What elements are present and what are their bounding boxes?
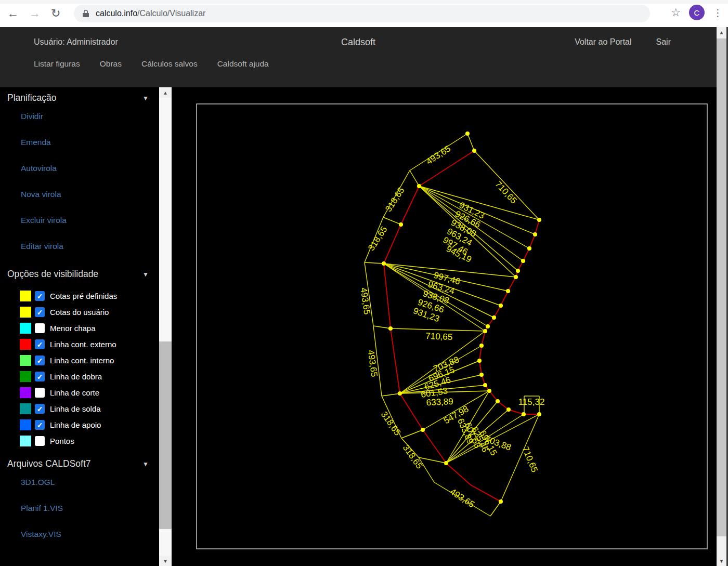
cad-point [465,131,470,136]
visibility-label: Linha de corte [50,388,99,397]
logout-link[interactable]: Sair [656,37,671,47]
nav-item-4[interactable]: Caldsoft ajuda [217,59,269,69]
visibility-row: ✓Linha cont. externo [20,336,159,352]
visibility-row: ✓Cotas pré definidas [20,288,159,304]
cad-point [486,324,490,328]
dimension-label: 710,65 [521,445,540,473]
visibility-checkbox[interactable]: ✓ [35,307,45,317]
kebab-menu-icon[interactable]: ⋮ [713,7,723,19]
chevron-down-icon[interactable]: ▼ [142,460,149,468]
scroll-down-icon[interactable]: ▼ [159,556,172,566]
file-link[interactable]: Vistaxy.VIS [21,521,159,547]
cad-line [382,393,400,396]
chevron-down-icon[interactable]: ▼ [142,271,149,278]
visibility-checkbox[interactable]: ✓ [35,291,45,301]
url-bar[interactable]: calculo.info/Calculo/Visualizar [74,5,650,22]
color-swatch [20,323,31,334]
file-link[interactable]: 3D1.OGL [21,469,159,495]
page-scrollbar[interactable]: ▲ ▼ [717,27,726,566]
visibility-row: ✓Linha de apoio [20,417,159,433]
dimension-label: 318,65 [383,186,406,214]
color-swatch [20,403,31,414]
cad-line [365,262,384,264]
sidebar-link[interactable]: Excluir virola [21,207,159,233]
cad-line [383,217,401,225]
visibility-label: Linha de dobra [50,372,102,381]
cad-point [421,428,425,432]
browser-toolbar: ← → ↻ calculo.info/Calculo/Visualizar ☆ … [0,0,728,27]
cad-point [537,412,541,416]
avatar[interactable]: C [689,5,705,20]
visibility-checkbox[interactable] [35,323,45,333]
sidebar-link[interactable]: Autovirola [21,155,159,181]
visibility-checkbox[interactable]: ✓ [35,420,45,430]
color-swatch [20,307,31,318]
visibility-label: Pontos [50,437,74,445]
cad-line [467,134,474,151]
visibility-label: Linha cont. interno [50,356,114,365]
cad-point [499,499,503,504]
chevron-down-icon[interactable]: ▼ [142,95,149,102]
visibility-checkbox[interactable]: ✓ [35,356,45,365]
visibility-checkbox[interactable]: ✓ [35,339,45,349]
section-files: Arquivos CALDSoft7 ▼ [7,458,149,469]
visibility-label: Linha de solda [50,404,101,413]
page-scroll-thumb[interactable] [717,38,726,536]
cad-point [533,232,537,236]
visibility-label: Cotas pré definidas [50,292,117,300]
visibility-row: ✓Cotas do usuário [20,304,159,320]
nav-item-3[interactable]: Cálculos salvos [141,59,198,69]
cad-point [527,246,531,251]
dimension-label: 710,65 [493,179,518,206]
cad-point [399,222,403,227]
cad-point [417,184,421,188]
forward-icon[interactable]: → [29,5,41,22]
visibility-checkbox[interactable]: ✓ [35,404,45,414]
section-planning: Planificação ▼ [7,93,149,103]
cad-point [483,383,487,387]
page: ← → ↻ calculo.info/Calculo/Visualizar ☆ … [0,0,728,566]
sidebar-scroll-thumb[interactable] [159,341,172,529]
dimension-label: 115,32 [518,397,545,407]
back-icon[interactable]: ← [7,5,19,22]
cad-point [492,315,496,320]
portal-link[interactable]: Voltar ao Portal [575,37,631,47]
nav-item-2[interactable]: Obras [100,59,122,69]
lock-icon [82,9,89,18]
sidebar-scrollbar[interactable]: ▲ ▼ [159,87,172,566]
visibility-row: ✓Linha cont. interno [20,352,159,368]
cad-line [410,170,419,186]
color-swatch [20,371,31,382]
url-path: /Calculo/Visualizar [137,9,205,18]
nav-item-1[interactable]: Listar figuras [34,59,80,69]
file-links: 3D1.OGLPlanif 1.VISVistaxy.VIS [7,469,159,547]
color-swatch [20,387,31,398]
scroll-down-icon[interactable]: ▼ [717,556,726,566]
bookmark-star-icon[interactable]: ☆ [671,6,681,19]
cad-viewport[interactable]: 493,65710,65318,65318,65931,23926,66938,… [172,87,717,566]
sidebar-link[interactable]: Editar virola [21,233,159,259]
planification-drawing: 493,65710,65318,65318,65931,23926,66938,… [172,87,717,566]
scroll-up-icon[interactable]: ▲ [717,27,726,37]
sidebar-link[interactable]: Dividir [21,103,159,129]
cad-line [373,326,391,328]
cad-point [479,373,484,377]
dimension-label: 318,65 [379,410,402,437]
cad-point [472,149,476,153]
visibility-checkbox[interactable] [35,436,45,446]
reload-icon[interactable]: ↻ [51,5,60,22]
cad-point [382,261,386,266]
section-planning-title: Planificação [7,93,56,103]
visibility-checkbox[interactable] [35,388,45,398]
url-host: calculo.info [96,9,137,18]
cad-point [537,218,541,222]
cad-point [496,399,500,403]
sidebar-link[interactable]: Nova virola [21,181,159,207]
color-swatch [20,436,31,446]
visibility-row: Pontos [20,433,159,449]
cad-point [522,412,526,416]
sidebar-link[interactable]: Emenda [21,129,159,155]
visibility-checkbox[interactable]: ✓ [35,372,45,381]
file-link[interactable]: Planif 1.VIS [21,495,159,521]
scroll-up-icon[interactable]: ▲ [159,87,172,98]
